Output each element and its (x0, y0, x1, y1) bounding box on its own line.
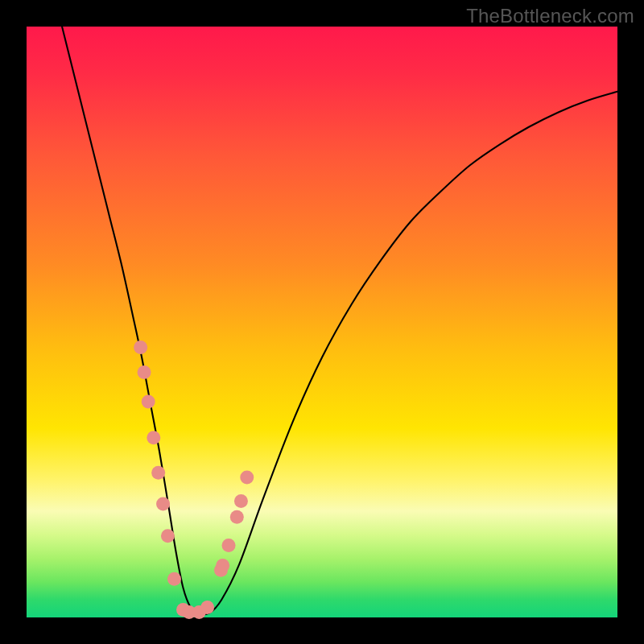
chart-overlay-svg (27, 27, 617, 617)
highlight-dot (156, 497, 170, 511)
highlight-dot (234, 494, 248, 508)
highlight-dot (230, 510, 244, 524)
highlight-dot (138, 365, 151, 379)
highlight-dot (222, 539, 236, 552)
highlight-dot (134, 341, 147, 354)
highlight-dot (142, 395, 155, 409)
highlight-dot (161, 529, 175, 543)
bottleneck-curve (62, 27, 617, 614)
highlight-dot (216, 559, 229, 572)
highlight-dot (240, 471, 254, 485)
highlight-dot (151, 466, 165, 480)
highlight-dot (200, 601, 214, 614)
chart-frame: TheBottleneck.com (0, 0, 644, 644)
highlight-dot (167, 572, 181, 586)
highlight-dots-group (134, 341, 254, 619)
watermark-text: TheBottleneck.com (466, 5, 634, 27)
highlight-dot (147, 431, 160, 444)
